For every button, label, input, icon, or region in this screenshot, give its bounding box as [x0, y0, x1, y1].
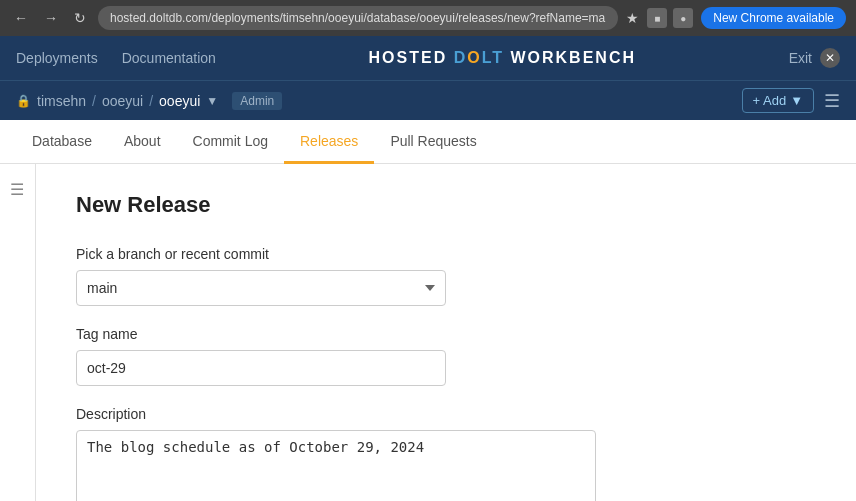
tag-name-group: Tag name: [76, 326, 596, 386]
sidebar-toggle[interactable]: ☰: [0, 164, 36, 501]
add-dropdown-icon: ▼: [790, 93, 803, 108]
browser-bar: ← → ↻ ★ ■ ● New Chrome available: [0, 0, 856, 36]
add-button-label: + Add: [753, 93, 787, 108]
sub-header: 🔒 timsehn / ooeyui / ooeyui ▼ Admin + Ad…: [0, 80, 856, 120]
tab-bar: Database About Commit Log Releases Pull …: [0, 120, 856, 164]
main-container: ☰ New Release Pick a branch or recent co…: [0, 164, 856, 501]
breadcrumb-user[interactable]: timsehn: [37, 93, 86, 109]
extensions-area: ■ ●: [647, 8, 693, 28]
tab-pull-requests[interactable]: Pull Requests: [374, 121, 492, 164]
close-button[interactable]: ✕: [820, 48, 840, 68]
tag-name-input[interactable]: [76, 350, 446, 386]
breadcrumb-db2: ooeyui: [159, 93, 200, 109]
extension-icon-2[interactable]: ●: [673, 8, 693, 28]
tab-about[interactable]: About: [108, 121, 177, 164]
breadcrumb-dropdown-btn[interactable]: ▼: [206, 94, 218, 108]
header-actions: + Add ▼ ☰: [742, 88, 841, 113]
description-textarea[interactable]: [76, 430, 596, 501]
bookmark-icon[interactable]: ★: [626, 10, 639, 26]
tab-releases[interactable]: Releases: [284, 121, 374, 164]
new-chrome-button[interactable]: New Chrome available: [701, 7, 846, 29]
logo-text: HOSTED DOLT WORKBENCH: [369, 49, 637, 67]
deployments-link[interactable]: Deployments: [16, 50, 98, 66]
tag-name-label: Tag name: [76, 326, 596, 342]
branch-group: Pick a branch or recent commit main: [76, 246, 596, 306]
hamburger-menu-button[interactable]: ☰: [824, 90, 840, 112]
lock-icon: 🔒: [16, 94, 31, 108]
app-logo: HOSTED DOLT WORKBENCH: [216, 49, 789, 67]
branch-select[interactable]: main: [76, 270, 446, 306]
app-nav: Deployments Documentation: [16, 50, 216, 66]
page-title: New Release: [76, 192, 816, 218]
add-button[interactable]: + Add ▼: [742, 88, 815, 113]
app-header: Deployments Documentation HOSTED DOLT WO…: [0, 36, 856, 80]
new-release-form: Pick a branch or recent commit main Tag …: [76, 246, 596, 501]
forward-button[interactable]: →: [40, 8, 62, 28]
breadcrumb-sep-1: /: [92, 93, 96, 109]
tab-commit-log[interactable]: Commit Log: [177, 121, 284, 164]
admin-badge: Admin: [232, 92, 282, 110]
reload-button[interactable]: ↻: [70, 8, 90, 28]
extension-icon-1[interactable]: ■: [647, 8, 667, 28]
exit-button[interactable]: Exit: [789, 50, 812, 66]
tab-database[interactable]: Database: [16, 121, 108, 164]
documentation-link[interactable]: Documentation: [122, 50, 216, 66]
breadcrumb: 🔒 timsehn / ooeyui / ooeyui ▼ Admin: [16, 92, 742, 110]
description-group: Description: [76, 406, 596, 501]
url-bar[interactable]: [98, 6, 618, 30]
breadcrumb-db1[interactable]: ooeyui: [102, 93, 143, 109]
exit-area: Exit ✕: [789, 48, 840, 68]
content-area: New Release Pick a branch or recent comm…: [36, 164, 856, 501]
branch-label: Pick a branch or recent commit: [76, 246, 596, 262]
back-button[interactable]: ←: [10, 8, 32, 28]
description-label: Description: [76, 406, 596, 422]
breadcrumb-sep-2: /: [149, 93, 153, 109]
